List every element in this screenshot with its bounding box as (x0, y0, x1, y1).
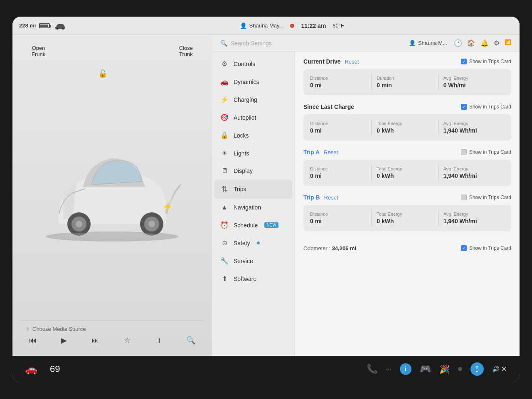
sidebar-item-lights[interactable]: ☀ Lights (212, 144, 295, 162)
trip-a-reset-btn[interactable]: Reset (324, 149, 338, 155)
taskbar-info-icon[interactable]: i (400, 363, 411, 375)
status-time: 11:22 am (301, 22, 326, 29)
bell-icon[interactable]: 🔔 (480, 39, 489, 47)
home-icon[interactable]: 🏠 (467, 39, 475, 47)
current-drive-duration: Duration 0 min (372, 74, 438, 90)
trips-content: Current Drive Reset ✓ Show in Trips Card (295, 52, 520, 356)
play-btn[interactable]: ▶ (61, 336, 67, 345)
trip-b-checkbox[interactable] (461, 195, 467, 200)
nav-menu: ⚙ Controls 🚗 Dynamics ⚡ Charging 🎯 Autop… (212, 52, 295, 356)
taskbar-circle-icon[interactable] (458, 367, 462, 371)
odometer-toggle[interactable]: ✓ Show in Trips Card (461, 245, 511, 251)
charging-indicator: ⚡ (162, 202, 172, 212)
trip-b-header: Trip B Reset Show in Trips Card (303, 194, 511, 201)
clock-icon[interactable]: 🕐 (454, 39, 462, 47)
slc-distance: Distance 0 mi (310, 119, 372, 135)
trip-b-section: Trip B Reset Show in Trips Card (303, 194, 511, 231)
open-frunk-btn[interactable]: Open Frunk (32, 45, 45, 57)
sidebar-item-schedule[interactable]: ⏰ Schedule NEW (212, 216, 295, 234)
sidebar-item-controls[interactable]: ⚙ Controls (212, 55, 295, 73)
taskbar-party-icon[interactable]: 🎉 (439, 364, 450, 374)
search-placeholder: Search Settings (231, 40, 272, 47)
since-last-charge-stats-row: Distance 0 mi Total Energy 0 kWh Avg. En… (310, 119, 505, 135)
sidebar-item-charging[interactable]: ⚡ Charging (212, 91, 295, 108)
trip-a-avg-energy: Avg. Energy 1,940 Wh/mi (438, 165, 505, 181)
current-drive-trips-card-label: Show in Trips Card (469, 59, 511, 64)
media-section: ♪ Choose Media Source ⏮ ▶ ⏭ ☆ ⫼ 🔍 (19, 320, 205, 349)
lock-icon: 🔓 (98, 69, 107, 78)
since-last-charge-checkbox[interactable]: ✓ (461, 104, 467, 110)
trip-b-stats: Distance 0 mi Total Energy 0 kWh Avg. En… (303, 205, 511, 231)
music-icon: ♪ (26, 325, 29, 332)
sidebar-item-navigation[interactable]: ▲ Navigation (212, 199, 295, 216)
next-track-btn[interactable]: ⏭ (91, 336, 99, 345)
media-source-row[interactable]: ♪ Choose Media Source (26, 325, 199, 332)
volume-mute-icon: ✕ (501, 365, 507, 374)
close-trunk-btn[interactable]: Close Trunk (179, 45, 193, 57)
autopilot-icon: 🎯 (220, 113, 229, 121)
slc-avg-energy: Avg. Energy 1,940 Wh/mi (438, 119, 505, 135)
search-media-btn[interactable]: 🔍 (186, 336, 195, 345)
sidebar-item-service[interactable]: 🔧 Service (212, 252, 295, 270)
odometer-checkbox[interactable]: ✓ (461, 245, 467, 251)
new-badge: NEW (264, 222, 278, 228)
equalizer-btn[interactable]: ⫼ (155, 337, 162, 344)
status-temp: 80°F (332, 22, 344, 29)
charging-icon: ⚡ (220, 96, 229, 103)
range-value: 228 mi (19, 22, 36, 29)
trip-b-total-energy: Total Energy 0 kWh (372, 210, 438, 226)
favorite-btn[interactable]: ☆ (124, 336, 131, 345)
trip-b-title: Trip B (303, 194, 320, 201)
taskbar-temperature: 69 (50, 364, 60, 374)
taskbar-volume-control[interactable]: 🔊 ✕ (492, 365, 507, 374)
since-last-charge-section: Since Last Charge ✓ Show in Trips Card D… (303, 103, 511, 140)
trip-a-stats-row: Distance 0 mi Total Energy 0 kWh Avg. En… (310, 165, 505, 181)
svg-point-9 (62, 232, 162, 239)
car-visual: 🔓 (19, 61, 205, 320)
car-panel: Open Frunk Close Trunk 🔓 (12, 35, 212, 356)
taskbar-phone-icon[interactable]: 📞 (367, 364, 378, 374)
trip-b-toggle[interactable]: Show in Trips Card (461, 195, 511, 200)
user-icon: 👤 (409, 40, 416, 46)
sidebar-item-software[interactable]: ⬆ Software (212, 270, 295, 288)
trips-icon: ⇅ (220, 185, 229, 194)
trip-a-distance: Distance 0 mi (310, 165, 372, 181)
frunk-label: Frunk (32, 51, 45, 57)
taskbar-game-icon[interactable]: 🎮 (420, 364, 431, 374)
battery-icon (39, 23, 50, 28)
sidebar-item-display[interactable]: 🖥 Display (212, 162, 295, 180)
trip-a-title: Trip A (303, 149, 320, 155)
sidebar-item-dynamics[interactable]: 🚗 Dynamics (212, 73, 295, 91)
gear-icon[interactable]: ⚙ (494, 39, 500, 47)
taskbar-dots-icon[interactable]: ··· (386, 365, 392, 373)
current-drive-checkbox[interactable]: ✓ (461, 59, 467, 64)
sidebar-item-safety[interactable]: ⊙ Safety (212, 234, 295, 252)
volume-icon: 🔊 (492, 366, 499, 372)
media-source-label: Choose Media Source (32, 326, 86, 332)
trip-b-reset-btn[interactable]: Reset (324, 195, 338, 201)
since-last-charge-toggle[interactable]: ✓ Show in Trips Card (461, 104, 511, 110)
trip-b-trips-label: Show in Trips Card (469, 195, 511, 200)
sidebar-item-locks[interactable]: 🔒 Locks (212, 126, 295, 144)
header-user: 👤 Shauna M... (409, 40, 447, 46)
trip-a-toggle[interactable]: Show in Trips Card (461, 149, 511, 155)
since-last-charge-header: Since Last Charge ✓ Show in Trips Card (303, 103, 511, 110)
search-box[interactable]: 🔍 Search Settings (220, 40, 402, 47)
software-icon: ⬆ (220, 275, 229, 283)
car-image: ⚡ (33, 133, 191, 249)
trip-a-checkbox[interactable] (461, 149, 467, 155)
sidebar-item-autopilot[interactable]: 🎯 Autopilot (212, 108, 295, 126)
prev-track-btn[interactable]: ⏮ (29, 336, 37, 345)
current-drive-section: Current Drive Reset ✓ Show in Trips Card (303, 58, 511, 95)
sidebar-item-trips[interactable]: ⇅ Trips (214, 180, 292, 199)
trip-b-stats-row: Distance 0 mi Total Energy 0 kWh Avg. En… (310, 210, 505, 226)
taskbar-bluetooth-icon[interactable]: ₿ (470, 362, 484, 376)
taskbar-car-icon: 🚗 (25, 363, 37, 375)
controls-icon: ⚙ (220, 60, 229, 68)
current-drive-avg-energy: Avg. Energy 0 Wh/mi (438, 74, 505, 90)
current-drive-show-toggle[interactable]: ✓ Show in Trips Card (461, 59, 511, 64)
current-drive-reset-btn[interactable]: Reset (345, 59, 359, 65)
open-label: Open (32, 45, 45, 51)
close-label: Close (179, 45, 193, 51)
current-drive-title-row: Current Drive Reset (303, 58, 359, 65)
